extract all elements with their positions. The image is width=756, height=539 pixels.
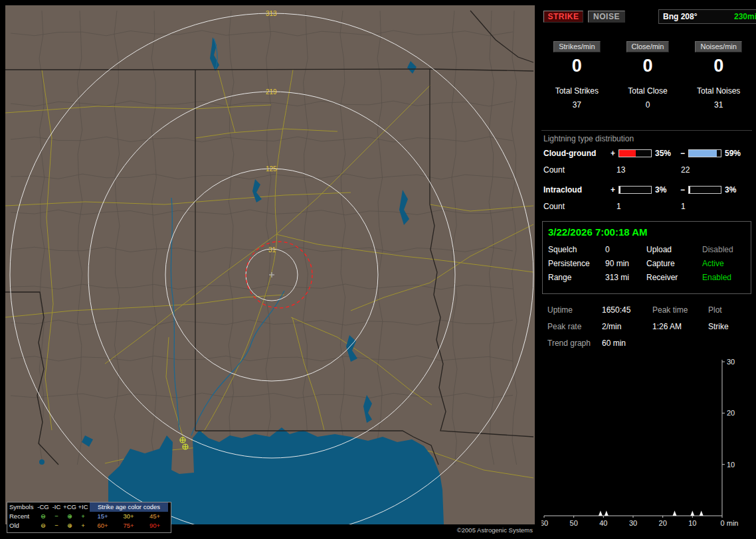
- svg-text:0 min: 0 min: [721, 519, 739, 527]
- svg-text:10: 10: [688, 519, 696, 527]
- age-60: 60+: [90, 521, 116, 530]
- uptime-label: Uptime: [547, 305, 602, 315]
- persistence-value: 90 min: [605, 259, 646, 268]
- peak-time-label: Peak time: [652, 305, 708, 315]
- svg-text:60: 60: [541, 519, 548, 527]
- cloud-ground-row: Cloud-ground + 35% − 59%: [543, 149, 752, 158]
- ic-plus-bar: [618, 186, 652, 194]
- age-45: 45+: [142, 512, 168, 521]
- cg-strike-icon: [180, 437, 185, 443]
- strikes-per-min-label: Strikes/min: [553, 41, 600, 52]
- age-30: 30+: [116, 512, 142, 521]
- count-label: Count: [543, 165, 616, 175]
- neg-ic-recent-icon: −: [50, 512, 63, 521]
- bearing-display: Bng 208° 230mi: [658, 9, 756, 24]
- peak-time-value: 1:26 AM: [652, 322, 708, 331]
- neg-ic-old-icon: −: [50, 521, 63, 530]
- trend-graph-label: Trend graph: [547, 339, 602, 348]
- legend-row-old-label: Old: [7, 521, 37, 530]
- ring-label-313: 313: [266, 10, 277, 17]
- receiver-label: Receiver: [646, 273, 702, 282]
- status-box: 3/22/2026 7:00:18 AM Squelch 0 Upload Di…: [542, 221, 751, 294]
- receiver-value: Enabled: [702, 273, 745, 282]
- capture-value: Active: [702, 259, 745, 268]
- close-per-min-value: 0: [613, 56, 684, 76]
- intracloud-label: Intracloud: [543, 185, 611, 194]
- svg-text:10: 10: [727, 461, 735, 469]
- squelch-value: 0: [605, 245, 646, 254]
- ic-plus-count: 1: [616, 202, 681, 211]
- pos-cg-recent-icon: ⊕: [63, 512, 76, 521]
- bearing-label: Bng 208°: [663, 12, 697, 21]
- close-per-min-label: Close/min: [626, 41, 670, 52]
- strike-indicator-button[interactable]: STRIKE: [543, 11, 583, 23]
- total-noises-label: Total Noises: [683, 86, 754, 96]
- map-canvas[interactable]: 313 219 125 31: [5, 5, 535, 524]
- range-label: Range: [548, 273, 605, 282]
- legend-col-pos-cg: +CG: [63, 502, 76, 512]
- copyright-text: ©2005 Astrogenic Systems: [457, 526, 533, 534]
- plot-label: Plot: [708, 305, 752, 315]
- bearing-range: 230mi: [734, 12, 756, 21]
- minus-sign: −: [680, 149, 688, 158]
- persistence-label: Persistence: [548, 259, 605, 268]
- neg-cg-recent-icon: ⊖: [37, 512, 50, 521]
- total-noises-value: 31: [683, 100, 754, 110]
- ic-minus-count: 1: [681, 202, 686, 211]
- intracloud-row: Intracloud + 3% − 3%: [543, 185, 752, 194]
- total-strikes-label: Total Strikes: [541, 86, 613, 96]
- noises-per-min-column: Noises/min 0 Total Noises 31: [683, 41, 754, 110]
- age-75: 75+: [116, 521, 142, 530]
- total-close-label: Total Close: [613, 86, 684, 96]
- svg-text:40: 40: [599, 519, 607, 527]
- right-panel: STRIKE NOISE Bng 208° 230mi Strikes/min …: [541, 0, 756, 539]
- legend-row-recent-label: Recent: [7, 512, 37, 521]
- pos-cg-old-icon: ⊕: [63, 521, 76, 530]
- uptime-value: 1650:45: [602, 305, 652, 315]
- total-strikes-value: 37: [541, 100, 613, 110]
- session-info: Uptime 1650:45 Peak time Plot Peak rate …: [547, 305, 752, 348]
- svg-text:20: 20: [659, 519, 667, 527]
- cg-plus-pct: 35%: [655, 149, 680, 158]
- total-close-value: 0: [613, 100, 684, 110]
- age-15: 15+: [90, 512, 116, 521]
- legend-box: Symbols -CG -IC +CG +IC Strike age color…: [7, 502, 171, 533]
- lightning-map[interactable]: 313 219 125 31 Symbo: [5, 5, 535, 534]
- distribution-title: Lightning type distribution: [543, 134, 634, 143]
- cloud-ground-count-row: Count 13 22: [543, 165, 690, 175]
- capture-label: Capture: [646, 259, 702, 268]
- legend-age-header: Strike age color codes: [90, 502, 168, 512]
- noise-indicator-button[interactable]: NOISE: [588, 11, 625, 23]
- cg-plus-count: 13: [616, 165, 681, 175]
- plus-sign: +: [611, 185, 618, 194]
- plus-sign: +: [611, 149, 618, 158]
- upload-value: Disabled: [702, 245, 745, 254]
- strikes-per-min-value: 0: [541, 56, 613, 76]
- legend-symbols-header: Symbols: [7, 502, 37, 512]
- svg-text:30: 30: [629, 519, 637, 527]
- section-divider: [541, 130, 752, 131]
- nexstorm-app: { "colors": { "green": "#00dd00", "brigh…: [0, 0, 756, 539]
- squelch-label: Squelch: [548, 245, 605, 254]
- pos-ic-old-icon: +: [76, 521, 90, 530]
- cg-minus-bar: [688, 149, 721, 157]
- plot-value: Strike: [708, 322, 752, 331]
- svg-text:50: 50: [570, 519, 578, 527]
- legend-col-pos-ic: +IC: [76, 502, 90, 512]
- minus-sign: −: [680, 185, 688, 194]
- noises-per-min-value: 0: [683, 56, 754, 76]
- strikes-per-min-column: Strikes/min 0 Total Strikes 37: [541, 41, 613, 110]
- clock-timestamp: 3/22/2026 7:00:18 AM: [548, 226, 745, 238]
- intracloud-count-row: Count 1 1: [543, 202, 686, 211]
- noises-per-min-label: Noises/min: [695, 41, 741, 52]
- ic-minus-bar: [688, 186, 721, 194]
- svg-text:30: 30: [727, 358, 735, 366]
- legend-col-neg-ic: -IC: [50, 502, 63, 512]
- legend-col-neg-cg: -CG: [37, 502, 50, 512]
- svg-text:20: 20: [727, 409, 735, 417]
- ic-minus-pct: 3%: [725, 185, 750, 194]
- peak-rate-label: Peak rate: [547, 322, 602, 331]
- peak-rate-value: 2/min: [602, 322, 652, 331]
- cg-minus-pct: 59%: [725, 149, 750, 158]
- cg-plus-bar: [618, 149, 652, 157]
